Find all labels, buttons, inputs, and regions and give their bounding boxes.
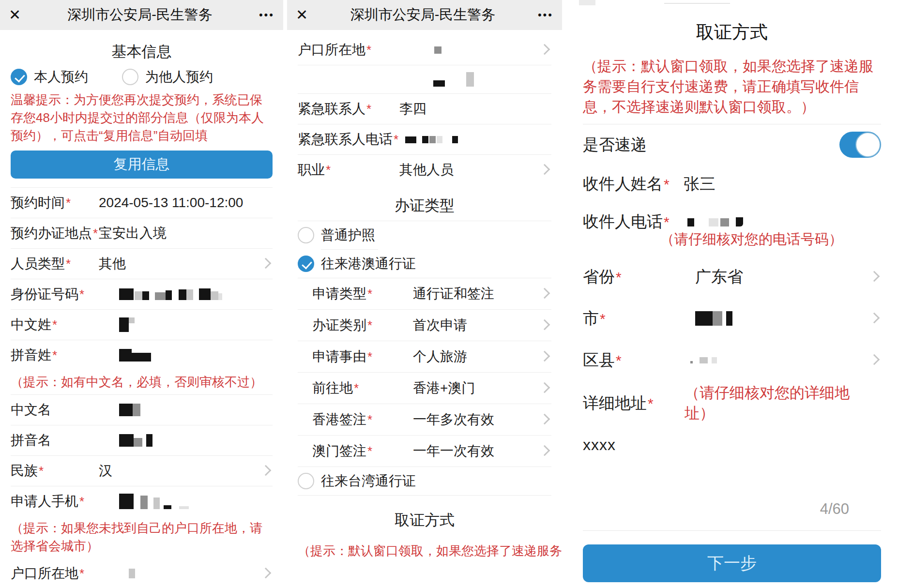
option-label: 往来港澳通行证: [321, 255, 416, 273]
option-label: 普通护照: [321, 226, 375, 244]
row-household-address-redacted[interactable]: [298, 65, 551, 93]
field-label: 中文姓: [11, 317, 51, 332]
row-city[interactable]: 市*: [583, 300, 881, 337]
chevron-right-icon: [869, 354, 880, 365]
required-asterisk: *: [616, 352, 622, 368]
chevron-right-icon: [539, 382, 550, 393]
chevron-right-icon: [539, 288, 550, 299]
required-asterisk: *: [79, 494, 84, 509]
row-appointment-location[interactable]: 预约办证地点* 宝安出入境: [11, 218, 273, 248]
row-detail-address[interactable]: 详细地址* （请仔细核对您的详细地址）: [583, 383, 881, 423]
field-label: 人员类型: [11, 256, 65, 271]
field-value: 香港+澳门: [413, 379, 475, 397]
more-menu-icon[interactable]: •••: [538, 10, 553, 20]
field-value: 一年一次有效: [413, 442, 494, 460]
radio-unchecked-icon: [298, 227, 314, 243]
field-label: 香港签注: [312, 412, 366, 427]
required-asterisk: *: [79, 566, 84, 581]
more-menu-icon[interactable]: •••: [259, 10, 274, 20]
detail-address-hint: （请仔细核对您的详细地址）: [685, 383, 865, 423]
toggle-knob: [855, 132, 881, 157]
field-label: 省份: [583, 268, 615, 286]
row-macau-endorsement[interactable]: 澳门签注* 一年一次有效: [298, 435, 551, 467]
row-emergency-contact[interactable]: 紧急联系人* 李四: [298, 93, 551, 124]
required-asterisk: *: [79, 287, 84, 302]
radio-checked-icon: [298, 256, 314, 272]
option-label: 往来台湾通行证: [321, 472, 416, 490]
redacted-value: [687, 217, 743, 226]
row-household-location[interactable]: 户口所在地*: [298, 35, 551, 65]
required-asterisk: *: [367, 286, 372, 301]
row-chinese-givenname[interactable]: 中文名: [11, 394, 273, 425]
required-asterisk: *: [52, 348, 57, 362]
next-step-button[interactable]: 下一步: [583, 544, 881, 582]
close-icon[interactable]: ✕: [9, 8, 21, 22]
reuse-info-button[interactable]: 复用信息: [11, 151, 273, 179]
detail-address-textarea[interactable]: xxxx 4/60: [583, 436, 881, 518]
field-value: 张三: [684, 173, 715, 195]
redacted-value: [119, 494, 189, 509]
field-value: 宝安出入境: [99, 224, 167, 242]
field-value: 汉: [99, 462, 112, 480]
required-asterisk: *: [367, 318, 372, 332]
field-label: 收件人电话: [583, 212, 663, 230]
option-hk-macau-permit[interactable]: 往来港澳通行证: [298, 250, 551, 278]
row-occupation[interactable]: 职业* 其他人员: [298, 154, 551, 185]
option-ordinary-passport[interactable]: 普通护照: [298, 221, 551, 249]
redacted-value: [129, 569, 135, 578]
row-hk-endorsement[interactable]: 香港签注* 一年多次有效: [298, 404, 551, 435]
divider: [298, 495, 551, 496]
textarea-value: xxxx: [583, 436, 881, 454]
field-value: 其他: [99, 255, 126, 273]
row-chinese-surname[interactable]: 中文姓*: [11, 309, 273, 340]
express-toggle-on[interactable]: [839, 132, 881, 158]
radio-self-booking[interactable]: 本人预约: [11, 68, 88, 86]
row-appointment-time[interactable]: 预约时间* 2024-05-13 11:00-12:00: [11, 187, 273, 218]
row-apply-category[interactable]: 办证类别* 首次申请: [298, 309, 551, 341]
field-value: 一年多次有效: [413, 410, 494, 429]
row-pinyin-surname[interactable]: 拼音姓*: [11, 340, 273, 370]
field-value: 李四: [399, 100, 426, 118]
redacted-value: [119, 404, 140, 416]
required-asterisk: *: [664, 176, 670, 192]
row-apply-reason[interactable]: 申请事由* 个人旅游: [298, 341, 551, 372]
field-value: 其他人员: [399, 161, 454, 179]
required-asterisk: *: [648, 395, 654, 411]
row-recipient-phone[interactable]: 收件人电话*: [583, 211, 881, 233]
row-pinyin-givenname[interactable]: 拼音名: [11, 425, 273, 455]
pickup-notice-text: （提示：默认窗口领取，如果您选择了速递服务需要自行支付速递费，请正确填写收件信息…: [583, 56, 881, 117]
page-title-pickup: 取证方式: [583, 20, 881, 45]
close-icon[interactable]: ✕: [296, 8, 308, 22]
required-asterisk: *: [39, 464, 44, 478]
required-asterisk: *: [367, 444, 372, 458]
row-household-location[interactable]: 户口所在地*: [11, 558, 273, 588]
radio-booking-for-others[interactable]: 为他人预约: [122, 68, 213, 86]
row-district[interactable]: 区县*: [583, 341, 881, 379]
row-apply-type[interactable]: 申请类型* 通行证和签注: [298, 278, 551, 309]
redacted-value: [695, 311, 732, 326]
chevron-right-icon: [260, 465, 272, 476]
pickup-notice-clipped: （提示：默认窗口领取，如果您选择了速递服务需要自行支: [298, 542, 551, 560]
row-emergency-phone[interactable]: 紧急联系人电话*: [298, 124, 551, 154]
field-label: 预约时间: [11, 195, 65, 210]
row-person-type[interactable]: 人员类型* 其他: [11, 248, 273, 279]
row-applicant-phone[interactable]: 申请人手机*: [11, 486, 273, 516]
field-label: 拼音姓: [11, 347, 51, 362]
screen-basic-info: ✕ 深圳市公安局-民生警务 ••• 基本信息 本人预约 为他人预约 温馨提示：为…: [0, 0, 283, 588]
row-recipient-name[interactable]: 收件人姓名* 张三: [583, 165, 881, 203]
field-label: 申请事由: [312, 349, 366, 364]
field-value: 首次申请: [413, 316, 467, 334]
row-destination[interactable]: 前往地* 香港+澳门: [298, 372, 551, 404]
redacted-value: [434, 46, 441, 54]
app-title: 深圳市公安局-民生警务: [308, 5, 538, 25]
required-asterisk: *: [326, 163, 331, 177]
required-asterisk: *: [366, 43, 371, 57]
row-id-number[interactable]: 身份证号码*: [11, 279, 273, 309]
row-ethnicity[interactable]: 民族* 汉: [11, 455, 273, 486]
option-taiwan-permit[interactable]: 往来台湾通行证: [298, 467, 551, 495]
chevron-right-icon: [539, 44, 550, 55]
redacted-value: [119, 288, 222, 300]
row-province[interactable]: 省份* 广东省: [583, 258, 881, 296]
field-value: 个人旅游: [413, 347, 467, 366]
chevron-right-icon: [260, 257, 272, 269]
